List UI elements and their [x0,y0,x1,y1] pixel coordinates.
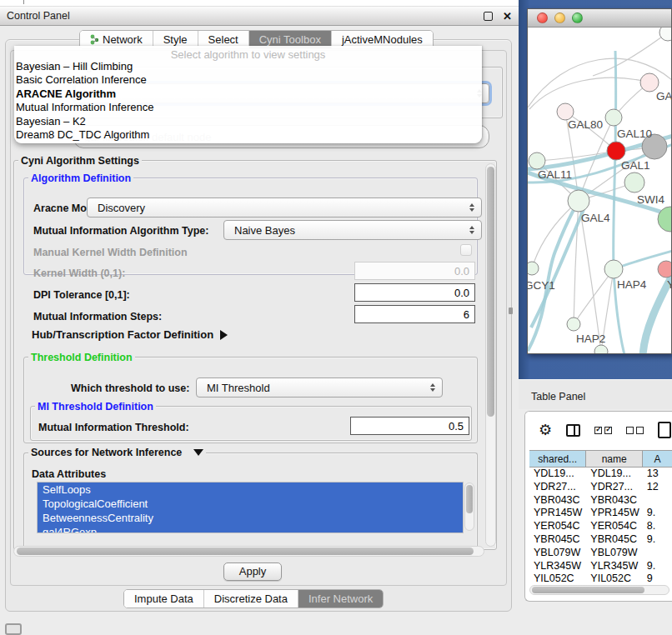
network-node[interactable] [658,261,671,278]
stepper-icon [430,383,435,392]
popup-item-list: Bayesian – Hill ClimbingBasic Correlatio… [14,60,482,142]
network-node[interactable] [604,260,623,278]
algorithm-option[interactable]: Bayesian – K2 [14,115,482,128]
table-cell: YLR345W [529,560,586,573]
column-header-shared-name[interactable]: shared... [529,451,586,467]
column-header-name[interactable]: name [586,451,643,467]
settings-hscroll-thumb[interactable] [17,548,474,555]
mi-threshold-field[interactable] [350,417,469,435]
sources-expander[interactable]: Sources for Network Inference [28,447,206,458]
float-icon[interactable] [484,12,493,21]
dpi-tolerance-field[interactable] [354,283,475,302]
attribute-list-item[interactable]: gal4RGexp [38,525,463,533]
attr-list-vscrollbar[interactable] [464,482,474,531]
table-row[interactable]: YDL19...YDL19...13 [529,468,672,481]
attr-list-vscroll-thumb[interactable] [466,485,473,513]
table-hscrollbar[interactable] [529,585,669,595]
bottom-tab-discretize-data[interactable]: Discretize Data [204,590,298,608]
which-threshold-value: MI Threshold [207,382,270,394]
aracne-mode-combo[interactable]: Discovery [87,198,482,218]
table-cell: YPR145W [586,507,642,520]
network-node[interactable] [557,103,574,120]
network-node[interactable] [605,109,622,126]
algorithm-option[interactable]: Bayesian – Hill Climbing [14,60,482,73]
algorithm-dropdown-popup: Select algorithm to view settings Bayesi… [14,46,482,143]
deselect-all-columns-icon[interactable] [626,427,644,434]
node-label: GCY1 [528,279,555,292]
network-edge[interactable] [574,269,614,324]
table-cell: YER054C [586,520,642,533]
attribute-list-item[interactable]: BetweennessCentrality [38,511,463,525]
zoom-traffic-icon[interactable] [572,12,583,23]
tab-label: Select [208,33,238,46]
algorithm-option[interactable]: Dream8 DC_TDC Algorithm [14,128,482,142]
manual-kernel-checkbox[interactable] [460,244,472,256]
settings-hscrollbar[interactable] [13,546,484,557]
algorithm-option[interactable]: Basic Correlation Inference [14,73,482,87]
table-cell: YBL079W [529,547,586,560]
algorithm-option[interactable]: ARACNE Algorithm [14,88,482,101]
which-threshold-combo[interactable]: MI Threshold [196,378,443,398]
table-hscroll-thumb[interactable] [532,587,644,593]
table-cell: YBR043C [529,494,586,508]
popup-placeholder: Select algorithm to view settings [14,46,482,60]
network-node[interactable] [567,318,580,331]
select-all-columns-icon[interactable] [594,427,612,434]
network-window-titlebar[interactable] [528,9,671,28]
network-edge[interactable] [529,78,649,109]
attribute-list-item[interactable]: TopologicalCoefficient [38,497,463,511]
table-row[interactable]: YLR345WYLR345W9. [529,560,672,573]
hub-definition-expander[interactable]: Hub/Transcription Factor Definition [32,328,228,341]
node-label: GAL4 [581,212,610,224]
data-attributes-list[interactable]: SelfLoopsTopologicalCoefficientBetweenne… [37,482,464,533]
close-icon[interactable]: ✕ [503,12,512,21]
export-table-icon[interactable] [658,422,671,438]
network-node[interactable] [659,28,671,41]
gear-icon[interactable]: ⚙ [539,422,552,438]
network-node[interactable] [624,172,644,192]
bottom-tab-impute-data[interactable]: Impute Data [124,590,204,608]
table-cell: YDL19... [586,468,642,481]
table-cell: YBR045C [586,533,642,547]
split-pane-handle[interactable] [509,308,513,314]
minimized-panel-icon[interactable] [5,623,22,635]
table-row[interactable]: YER054CYER054C8. [529,520,672,533]
table-row[interactable]: YPR145WYPR145W9. [529,507,672,520]
network-graph[interactable]: GALGAL80GAL10GAL1GAL11SWI4GAL4GCY1HAP4YH… [528,28,671,353]
network-view-window[interactable]: GALGAL80GAL10GAL1GAL11SWI4GAL4GCY1HAP4YH… [527,8,672,354]
settings-vscroll-thumb[interactable] [487,167,494,417]
apply-button[interactable]: Apply [223,562,282,581]
attribute-list-item[interactable]: SelfLoops [38,482,463,497]
network-edge-highlighted[interactable] [531,208,584,328]
settings-vscrollbar[interactable] [485,163,496,547]
bottom-tab-infer-network[interactable]: Infer Network [298,590,383,608]
table-row[interactable]: YIL052CYIL052C9 [529,572,672,586]
columns-icon[interactable] [566,424,580,437]
network-node[interactable] [568,190,589,212]
network-node[interactable] [594,345,608,353]
node-label: Y [667,278,671,291]
column-header-extra[interactable]: A [643,451,672,467]
kernel-width-field[interactable] [354,262,475,280]
mi-type-combo[interactable]: Naive Bayes [223,220,482,240]
table-row[interactable]: YBR045CYBR045C9. [529,533,672,547]
node-label: GAL10 [617,128,652,140]
algorithm-option[interactable]: Mutual Information Inference [14,101,482,114]
table-row[interactable]: YBR043CYBR043C [529,494,672,508]
minimize-traffic-icon[interactable] [554,12,565,23]
network-node[interactable] [640,73,659,92]
table-cell: YIL052C [586,572,642,586]
close-traffic-icon[interactable] [537,12,548,23]
data-attributes-label: Data Attributes [32,468,106,480]
table-row[interactable]: YDR27...YDR27...12 [529,481,672,494]
mi-steps-field[interactable] [354,305,475,323]
table-cell: YIL052C [529,572,586,586]
network-node[interactable] [529,152,545,169]
kernel-width-label: Kernel Width (0,1): [33,268,125,279]
tab-label: jActiveMNodules [342,33,423,46]
table-row[interactable]: YBL079WYBL079W [529,547,672,560]
table-panel-title: Table Panel [531,391,585,402]
network-node[interactable] [607,142,625,160]
node-label: GAL [656,90,671,102]
network-node[interactable] [528,262,539,275]
